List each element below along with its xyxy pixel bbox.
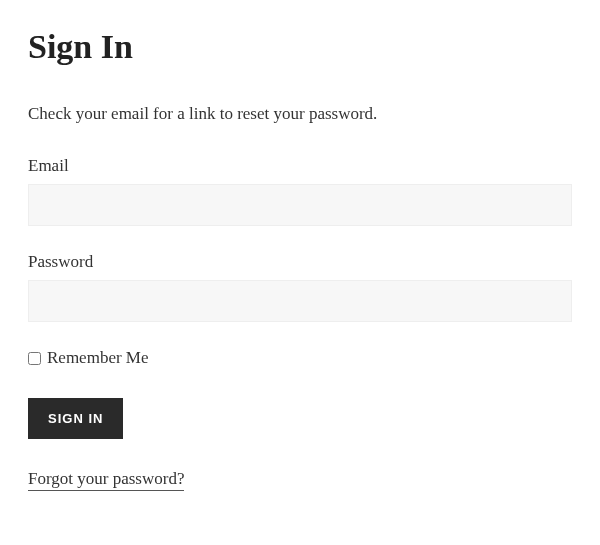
email-group: Email — [28, 156, 572, 226]
email-field[interactable] — [28, 184, 572, 226]
forgot-password-link[interactable]: Forgot your password? — [28, 469, 184, 491]
page-title: Sign In — [28, 28, 572, 66]
password-group: Password — [28, 252, 572, 322]
email-label: Email — [28, 156, 572, 176]
password-field[interactable] — [28, 280, 572, 322]
status-message: Check your email for a link to reset you… — [28, 104, 572, 124]
remember-row: Remember Me — [28, 348, 572, 368]
remember-checkbox[interactable] — [28, 352, 41, 365]
remember-label: Remember Me — [47, 348, 149, 368]
sign-in-button[interactable]: SIGN IN — [28, 398, 123, 439]
password-label: Password — [28, 252, 572, 272]
